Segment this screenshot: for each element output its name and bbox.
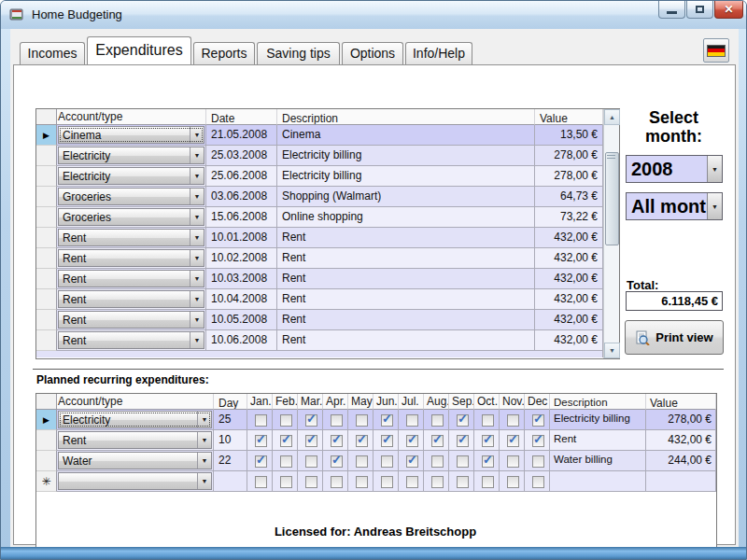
description-cell[interactable]: Water billing (550, 451, 646, 471)
expenditure-row[interactable]: Rent ▼ 10.01.2008 Rent 432,00 € (36, 228, 619, 248)
account-type-dropdown[interactable]: Rent ▼ (58, 290, 204, 308)
month-5-checkbox[interactable] (356, 455, 368, 468)
row-selector[interactable] (36, 207, 57, 228)
month-12-checkbox[interactable] (532, 476, 544, 488)
value-cell[interactable]: 432,00 € (535, 269, 603, 289)
account-type-dropdown[interactable]: Rent ▼ (58, 311, 204, 329)
value-cell[interactable]: 13,50 € (535, 125, 603, 146)
date-cell[interactable]: 21.05.2008 (206, 125, 277, 146)
header-month-4[interactable]: Apr. (323, 394, 348, 410)
date-cell[interactable]: 10.01.2008 (206, 228, 277, 248)
tab-expenditures[interactable]: Expenditures (87, 36, 191, 64)
day-cell[interactable]: 10 (214, 430, 247, 451)
value-cell[interactable]: 278,00 € (535, 146, 603, 166)
scroll-up-icon[interactable]: ▲ (604, 109, 620, 125)
header-date[interactable]: Date (206, 109, 277, 125)
tab-incomes[interactable]: Incomes (20, 42, 85, 64)
description-cell[interactable] (550, 471, 646, 492)
month-6-checkbox[interactable]: ✓ (381, 435, 393, 447)
account-type-dropdown[interactable]: Cinema ▼ (58, 126, 204, 144)
account-type-dropdown[interactable]: Electricity ▼ (58, 411, 212, 428)
row-selector[interactable] (36, 187, 57, 207)
value-cell[interactable]: 432,00 € (535, 248, 603, 269)
value-cell[interactable]: 278,00 € (535, 166, 603, 187)
month-9-checkbox[interactable] (457, 455, 469, 468)
month-7-checkbox[interactable]: ✓ (406, 435, 418, 447)
date-cell[interactable]: 10.02.2008 (206, 248, 277, 269)
month-3-checkbox[interactable]: ✓ (305, 435, 317, 447)
date-cell[interactable]: 10.05.2008 (206, 310, 277, 330)
row-selector[interactable] (36, 430, 57, 451)
month-dropdown[interactable]: All months ▼ (626, 192, 723, 220)
description-cell[interactable]: Cinema (277, 125, 535, 146)
date-cell[interactable]: 03.06.2008 (206, 187, 277, 207)
scroll-down-icon[interactable]: ▼ (604, 343, 620, 358)
tab-info-help[interactable]: Info/Help (405, 42, 472, 64)
description-cell[interactable]: Rent (277, 228, 535, 248)
expenditure-row[interactable]: Groceries ▼ 03.06.2008 Shopping (Walmart… (36, 187, 619, 207)
print-view-button[interactable]: Print view (625, 320, 724, 355)
date-cell[interactable]: 10.04.2008 (206, 289, 277, 310)
chevron-down-icon[interactable]: ▼ (190, 312, 204, 328)
month-8-checkbox[interactable] (431, 414, 444, 427)
account-type-dropdown[interactable]: Electricity ▼ (58, 167, 204, 185)
chevron-down-icon[interactable]: ▼ (190, 230, 204, 245)
recurring-row[interactable]: ✳ ▼ (36, 471, 716, 492)
date-cell[interactable]: 25.06.2008 (206, 166, 277, 187)
tab-saving-tips[interactable]: Saving tips (257, 42, 340, 64)
chevron-down-icon[interactable]: ▼ (197, 473, 211, 489)
account-type-dropdown[interactable]: Rent ▼ (58, 229, 204, 246)
month-12-checkbox[interactable] (532, 455, 544, 468)
header-month-3[interactable]: Mar. (298, 394, 323, 410)
chevron-down-icon[interactable]: ▼ (197, 432, 211, 448)
year-dropdown[interactable]: 2008 ▼ (626, 155, 723, 183)
header-day[interactable]: Day (214, 394, 247, 410)
month-11-checkbox[interactable] (507, 414, 519, 427)
header-month-12[interactable]: Dec (525, 394, 550, 410)
date-cell[interactable]: 10.03.2008 (206, 269, 277, 289)
month-4-checkbox[interactable]: ✓ (331, 435, 343, 447)
tab-options[interactable]: Options (342, 42, 403, 64)
expenditure-row[interactable]: Rent ▼ 10.04.2008 Rent 432,00 € (36, 289, 619, 310)
month-5-checkbox[interactable]: ✓ (356, 435, 368, 447)
header-account-type[interactable]: Account/type (57, 394, 214, 410)
month-9-checkbox[interactable] (457, 476, 469, 488)
month-4-checkbox[interactable]: ✓ (331, 455, 343, 468)
header-month-5[interactable]: May (348, 394, 374, 410)
month-1-checkbox[interactable] (255, 476, 267, 488)
description-cell[interactable]: Electricity billing (550, 410, 646, 430)
description-cell[interactable]: Rent (277, 289, 535, 310)
description-cell[interactable]: Shopping (Walmart) (277, 187, 535, 207)
chevron-down-icon[interactable]: ▼ (197, 453, 211, 469)
month-2-checkbox[interactable] (280, 414, 292, 427)
chevron-down-icon[interactable]: ▼ (707, 156, 722, 182)
month-1-checkbox[interactable]: ✓ (255, 435, 267, 447)
expenditure-row[interactable]: Electricity ▼ 25.06.2008 Electricity bil… (36, 166, 619, 187)
date-cell[interactable]: 15.06.2008 (206, 207, 277, 228)
chevron-down-icon[interactable]: ▼ (190, 271, 204, 287)
account-type-dropdown[interactable]: ▼ (58, 472, 212, 490)
header-month-6[interactable]: Jun. (374, 394, 399, 410)
chevron-down-icon[interactable]: ▼ (190, 209, 204, 225)
title-bar[interactable]: Home Budgeting ✕ (1, 1, 747, 29)
account-type-dropdown[interactable]: Rent ▼ (58, 331, 204, 349)
month-7-checkbox[interactable] (406, 414, 418, 427)
description-cell[interactable]: Rent (550, 430, 646, 451)
date-cell[interactable]: 10.06.2008 (206, 330, 277, 351)
description-cell[interactable]: Rent (277, 248, 535, 269)
expenditure-row[interactable]: ▶ Cinema ▼ 21.05.2008 Cinema 13,50 € (36, 125, 619, 146)
expenditure-row[interactable]: Rent ▼ 10.05.2008 Rent 432,00 € (36, 310, 619, 330)
minimize-button[interactable] (658, 1, 685, 19)
account-type-dropdown[interactable]: Groceries ▼ (58, 188, 204, 205)
value-cell[interactable]: 432,00 € (535, 228, 603, 248)
month-8-checkbox[interactable] (431, 455, 444, 468)
header-month-7[interactable]: Jul. (399, 394, 424, 410)
header-month-8[interactable]: Aug. (424, 394, 449, 410)
row-selector[interactable] (36, 269, 57, 289)
account-type-dropdown[interactable]: Water ▼ (58, 452, 212, 469)
month-2-checkbox[interactable] (280, 476, 292, 488)
expenditure-row[interactable]: Groceries ▼ 15.06.2008 Online shopping 7… (36, 207, 619, 228)
day-cell[interactable]: 25 (214, 410, 247, 430)
value-cell[interactable]: 432,00 € (646, 430, 716, 451)
account-type-dropdown[interactable]: Groceries ▼ (58, 208, 204, 226)
